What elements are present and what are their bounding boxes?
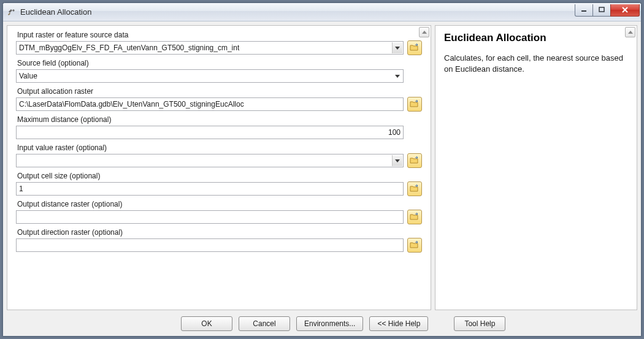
chevron-down-icon[interactable]	[392, 155, 402, 166]
maximize-button[interactable]	[592, 4, 611, 17]
output-dist-raster-label: Output distance raster (optional)	[16, 200, 422, 208]
tool-help-button[interactable]: Tool Help	[454, 316, 505, 331]
output-dist-raster-input[interactable]	[16, 210, 404, 224]
source-field-value: Value	[19, 72, 392, 80]
scroll-up-button[interactable]	[625, 27, 635, 37]
close-button[interactable]	[610, 4, 640, 17]
source-field-combo[interactable]: Value	[16, 69, 404, 83]
output-alloc-input[interactable]	[16, 97, 404, 111]
scroll-up-button[interactable]	[419, 27, 429, 37]
source-field-label: Source field (optional)	[16, 59, 422, 67]
chevron-down-icon[interactable]	[392, 70, 402, 82]
svg-rect-0	[8, 12, 10, 15]
output-alloc-label: Output allocation raster	[16, 87, 422, 96]
input-value-raster-label: Input value raster (optional)	[16, 143, 422, 152]
button-row: OK Cancel Environments... << Hide Help T…	[7, 314, 637, 332]
help-body: Calculates, for each cell, the nearest s…	[444, 53, 626, 75]
browse-button[interactable]	[407, 97, 422, 112]
titlebar[interactable]: Euclidean Allocation	[3, 3, 641, 21]
max-distance-input[interactable]	[16, 126, 404, 139]
minimize-button[interactable]	[575, 4, 593, 17]
client-area: Input raster or feature source data DTM_…	[3, 21, 641, 336]
input-source-label: Input raster or feature source data	[16, 31, 422, 39]
form-pane: Input raster or feature source data DTM_…	[7, 25, 431, 310]
window-title: Euclidean Allocation	[20, 7, 91, 17]
output-cell-size-label: Output cell size (optional)	[16, 172, 422, 180]
hide-help-button[interactable]: << Hide Help	[369, 316, 428, 331]
help-title: Euclidean Allocation	[444, 32, 626, 44]
spacer	[407, 69, 422, 83]
cancel-button[interactable]: Cancel	[239, 316, 290, 331]
svg-rect-2	[599, 7, 604, 12]
input-source-value: DTM_mByggOgElv_FS_FD_FA_utenVann_GT500_s…	[19, 44, 392, 52]
browse-button[interactable]	[407, 40, 422, 55]
browse-button[interactable]	[407, 238, 422, 253]
hammer-icon	[7, 7, 17, 17]
input-source-combo[interactable]: DTM_mByggOgElv_FS_FD_FA_utenVann_GT500_s…	[16, 41, 404, 55]
svg-rect-1	[581, 10, 586, 12]
browse-button[interactable]	[407, 181, 422, 196]
chevron-down-icon[interactable]	[392, 42, 402, 53]
output-dir-raster-label: Output direction raster (optional)	[16, 228, 422, 237]
environments-button[interactable]: Environments...	[296, 316, 363, 331]
spacer	[407, 125, 422, 140]
output-dir-raster-input[interactable]	[16, 238, 404, 252]
dialog-window: Euclidean Allocation Input raster or fea…	[2, 2, 642, 337]
help-pane: Euclidean Allocation Calculates, for eac…	[435, 25, 637, 310]
max-distance-label: Maximum distance (optional)	[16, 115, 422, 124]
ok-button[interactable]: OK	[181, 316, 232, 331]
output-cell-size-input[interactable]	[16, 182, 404, 196]
input-value-raster-combo[interactable]	[16, 154, 404, 167]
window-controls	[575, 4, 640, 17]
browse-button[interactable]	[407, 210, 422, 224]
browse-button[interactable]	[407, 153, 422, 168]
